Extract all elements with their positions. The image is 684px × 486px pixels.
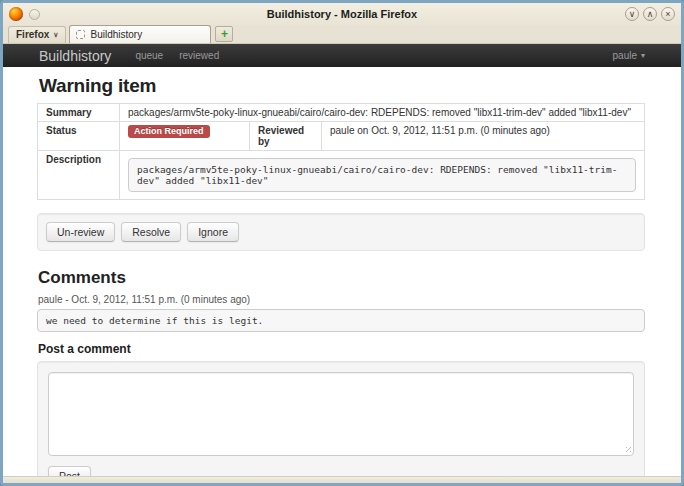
window-controls: ∨ ∧ × [625,7,675,21]
firefox-logo-icon [9,7,23,21]
navbar-brand[interactable]: Buildhistory [39,48,111,64]
tab-buildhistory[interactable]: Buildhistory [69,25,211,43]
description-code: packages/armv5te-poky-linux-gnueabi/cair… [128,158,636,192]
user-menu-label: paule [613,50,637,61]
post-button[interactable]: Post [48,466,91,476]
comment-body: we need to determine if this is legit. [37,309,645,332]
comment-meta: paule - Oct. 9, 2012, 11:51 p.m. (0 minu… [38,294,645,305]
window-bottom-edge [3,476,681,483]
titlebar-menu-button[interactable] [29,9,40,20]
description-cell: packages/armv5te-poky-linux-gnueabi/cair… [120,151,645,200]
nav-link-queue[interactable]: queue [135,50,163,61]
firefox-menu-button[interactable]: Firefox ∨ [8,26,66,43]
close-icon[interactable]: × [661,7,675,21]
table-row-status: Status Action Required Reviewed by paule… [38,122,645,151]
minimize-icon[interactable]: ∨ [625,7,639,21]
warning-details-table: Summary packages/armv5te-poky-linux-gnue… [37,103,645,200]
reviewed-by-value: paule on Oct. 9, 2012, 11:51 p.m. (0 min… [322,122,645,151]
tab-strip: Firefox ∨ Buildhistory + [3,25,681,44]
firefox-menu-label: Firefox [16,29,49,40]
status-label: Status [38,122,120,151]
summary-value: packages/armv5te-poky-linux-gnueabi/cair… [120,104,645,122]
description-label: Description [38,151,120,200]
resolve-button[interactable]: Resolve [121,222,181,242]
comment-textarea[interactable] [48,372,634,456]
page-content: Warning item Summary packages/armv5te-po… [3,67,681,476]
favicon-placeholder-icon [76,30,85,39]
app-navbar: Buildhistory queue reviewed paule ▾ [3,44,681,67]
window-titlebar: Buildhistory - Mozilla Firefox ∨ ∧ × [3,3,681,25]
actions-well: Un-review Resolve Ignore [37,213,645,251]
reviewed-by-label: Reviewed by [250,122,322,151]
un-review-button[interactable]: Un-review [46,222,115,242]
table-row-description: Description packages/armv5te-poky-linux-… [38,151,645,200]
new-tab-button[interactable]: + [215,26,233,42]
page-title: Warning item [39,75,645,97]
tab-title: Buildhistory [90,29,142,40]
chevron-down-icon: ∨ [53,31,58,39]
post-comment-well: Post [37,361,645,476]
status-cell: Action Required [120,122,250,151]
maximize-icon[interactable]: ∧ [643,7,657,21]
post-comment-heading: Post a comment [38,342,645,356]
window-title: Buildhistory - Mozilla Firefox [3,8,681,20]
ignore-button[interactable]: Ignore [187,222,239,242]
status-badge: Action Required [128,125,210,138]
summary-label: Summary [38,104,120,122]
table-row-summary: Summary packages/armv5te-poky-linux-gnue… [38,104,645,122]
user-menu[interactable]: paule ▾ [613,50,645,61]
nav-link-reviewed[interactable]: reviewed [179,50,219,61]
caret-down-icon: ▾ [641,51,645,60]
comments-heading: Comments [38,268,645,288]
firefox-window: Buildhistory - Mozilla Firefox ∨ ∧ × Fir… [0,0,684,486]
